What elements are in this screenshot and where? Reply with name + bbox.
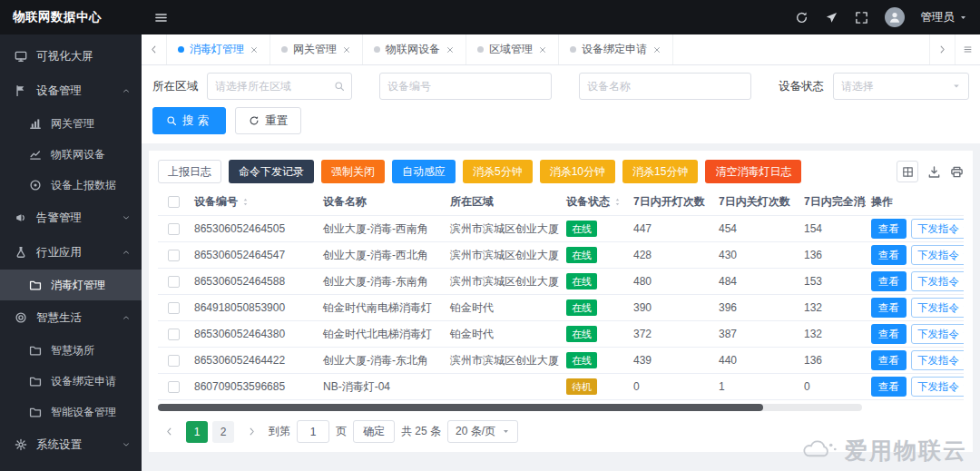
page-2-button[interactable]: 2 bbox=[212, 421, 234, 443]
toolbar-button-4[interactable]: 消杀5分钟 bbox=[463, 160, 533, 183]
column-settings-icon[interactable] bbox=[897, 161, 918, 182]
theme-icon[interactable] bbox=[825, 11, 838, 25]
tab-2[interactable]: 物联网设备 bbox=[363, 34, 466, 64]
close-icon[interactable] bbox=[538, 45, 547, 54]
tabs-menu-icon[interactable] bbox=[955, 34, 980, 64]
sidebar-item-0[interactable]: 可视化大屏 bbox=[0, 39, 142, 74]
sidebar-item-3[interactable]: 物联网设备 bbox=[0, 139, 142, 170]
command-label: 下发指令 bbox=[917, 301, 959, 315]
close-icon[interactable] bbox=[342, 45, 351, 54]
status-select[interactable]: 请选择 bbox=[833, 73, 969, 100]
folder-icon bbox=[27, 279, 44, 291]
tab-3[interactable]: 区域管理 bbox=[466, 34, 559, 64]
command-dropdown[interactable]: 下发指令 bbox=[911, 298, 964, 318]
tab-dot bbox=[570, 46, 576, 53]
row-checkbox[interactable] bbox=[168, 355, 180, 367]
toolbar-button-0[interactable]: 上报日志 bbox=[158, 160, 221, 183]
view-button[interactable]: 查看 bbox=[871, 350, 906, 370]
row-checkbox[interactable] bbox=[168, 381, 180, 393]
collapse-sidebar-icon[interactable] bbox=[154, 11, 168, 25]
close-icon[interactable] bbox=[250, 45, 259, 54]
command-dropdown[interactable]: 下发指令 bbox=[911, 324, 964, 344]
on-count-cell: 0 bbox=[628, 380, 713, 393]
status-cell: 待机 bbox=[561, 378, 628, 395]
on-count-cell: 447 bbox=[628, 222, 713, 235]
toolbar-button-2[interactable]: 强制关闭 bbox=[321, 160, 385, 183]
tabs-scroll-left[interactable] bbox=[142, 34, 167, 64]
refresh-icon[interactable] bbox=[795, 11, 808, 25]
tab-dot bbox=[477, 46, 484, 53]
sidebar-item-9[interactable]: 智慧场所 bbox=[0, 335, 142, 366]
user-menu[interactable]: 管理员 bbox=[921, 10, 968, 25]
sidebar-item-4[interactable]: 设备上报数据 bbox=[0, 170, 142, 201]
view-button[interactable]: 查看 bbox=[871, 271, 906, 291]
command-dropdown[interactable]: 下发指令 bbox=[911, 350, 964, 370]
command-dropdown[interactable]: 下发指令 bbox=[911, 219, 964, 239]
sidebar-item-6[interactable]: 行业应用 bbox=[0, 235, 142, 270]
view-button[interactable]: 查看 bbox=[871, 298, 906, 318]
close-icon[interactable] bbox=[652, 45, 662, 54]
device-no-input[interactable] bbox=[387, 80, 544, 93]
command-dropdown[interactable]: 下发指令 bbox=[911, 245, 964, 265]
sidebar-item-2[interactable]: 网关管理 bbox=[0, 108, 142, 139]
goto-page-input[interactable] bbox=[297, 420, 329, 443]
region-cell: 滨州市滨城区创业大厦 bbox=[445, 248, 561, 263]
sidebar-item-7[interactable]: 消毒灯管理 bbox=[0, 270, 142, 300]
device-id-cell: 865306052464547 bbox=[189, 249, 318, 261]
sort-icon[interactable] bbox=[240, 197, 250, 207]
scrollbar-thumb[interactable] bbox=[158, 404, 763, 411]
download-icon[interactable] bbox=[927, 165, 941, 179]
command-dropdown[interactable]: 下发指令 bbox=[911, 271, 964, 291]
device-id-cell: 865306052464505 bbox=[189, 222, 318, 235]
page-1-button[interactable]: 1 bbox=[186, 421, 208, 443]
device-no-input-wrap bbox=[379, 73, 552, 100]
sidebar-item-8[interactable]: 智慧生活 bbox=[0, 300, 142, 335]
view-button[interactable]: 查看 bbox=[871, 245, 906, 265]
sidebar-item-10[interactable]: 设备绑定申请 bbox=[0, 366, 142, 397]
toolbar-button-1[interactable]: 命令下发记录 bbox=[229, 160, 314, 183]
horizontal-scrollbar[interactable] bbox=[158, 404, 862, 411]
off-count-cell: 387 bbox=[713, 328, 799, 340]
tabs-scroll-right[interactable] bbox=[929, 34, 955, 64]
row-checkbox[interactable] bbox=[168, 276, 180, 288]
fullscreen-icon[interactable] bbox=[855, 11, 868, 25]
view-button[interactable]: 查看 bbox=[871, 377, 906, 397]
command-dropdown[interactable]: 下发指令 bbox=[911, 377, 964, 397]
sidebar-item-12[interactable]: 系统设置 bbox=[0, 427, 142, 462]
avatar[interactable] bbox=[885, 7, 905, 27]
select-all-checkbox[interactable] bbox=[168, 196, 180, 208]
sidebar-item-1[interactable]: 设备管理 bbox=[0, 74, 142, 108]
horn-icon bbox=[13, 211, 29, 224]
region-input[interactable] bbox=[215, 80, 329, 93]
print-icon[interactable] bbox=[950, 165, 964, 179]
sort-icon[interactable] bbox=[612, 197, 622, 207]
circle-dot-icon bbox=[27, 179, 44, 191]
close-icon[interactable] bbox=[446, 45, 455, 54]
confirm-button[interactable]: 确定 bbox=[353, 420, 395, 443]
view-button[interactable]: 查看 bbox=[871, 219, 906, 239]
header-cell: 7日内开灯次数 bbox=[628, 194, 713, 210]
row-checkbox[interactable] bbox=[168, 302, 180, 314]
row-checkbox[interactable] bbox=[168, 329, 180, 340]
toolbar-button-3[interactable]: 自动感应 bbox=[392, 160, 456, 183]
search-button[interactable]: 搜索 bbox=[152, 107, 226, 134]
toolbar-button-5[interactable]: 消杀10分钟 bbox=[540, 160, 615, 183]
row-checkbox[interactable] bbox=[168, 223, 180, 235]
sidebar-nav: 可视化大屏设备管理网关管理物联网设备设备上报数据告警管理行业应用消毒灯管理智慧生… bbox=[0, 34, 142, 471]
sidebar-item-5[interactable]: 告警管理 bbox=[0, 201, 142, 235]
tab-0[interactable]: 消毒灯管理 bbox=[167, 34, 270, 64]
device-name-input[interactable] bbox=[587, 80, 743, 93]
tab-1[interactable]: 网关管理 bbox=[270, 34, 363, 64]
sidebar-item-11[interactable]: 智能设备管理 bbox=[0, 397, 142, 427]
prev-page-button[interactable] bbox=[158, 421, 180, 443]
toolbar-button-6[interactable]: 消杀15分钟 bbox=[622, 160, 698, 183]
next-page-button[interactable] bbox=[240, 421, 262, 443]
reset-button[interactable]: 重置 bbox=[235, 107, 301, 134]
toolbar-button-7[interactable]: 清空消毒灯日志 bbox=[705, 160, 801, 183]
tab-4[interactable]: 设备绑定申请 bbox=[559, 34, 673, 64]
page-size-select[interactable]: 20 条/页 bbox=[447, 420, 518, 443]
command-label: 下发指令 bbox=[917, 249, 959, 262]
view-button[interactable]: 查看 bbox=[871, 324, 906, 344]
row-checkbox[interactable] bbox=[168, 250, 180, 261]
sidebar-item-label: 设备上报数据 bbox=[51, 178, 116, 193]
